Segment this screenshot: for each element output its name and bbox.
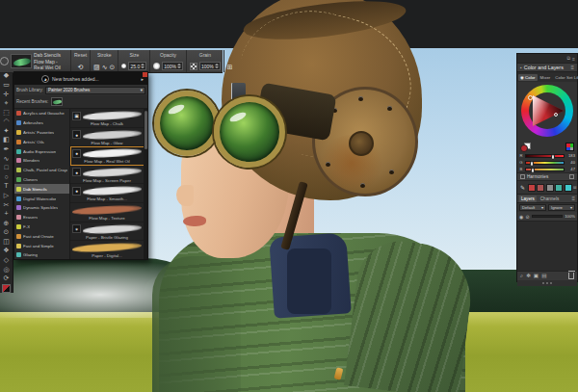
- add-point-tool[interactable]: +: [1, 209, 13, 219]
- rgb-mode-icon[interactable]: [565, 143, 574, 151]
- slider-knob[interactable]: [551, 154, 555, 160]
- current-brush-selector[interactable]: Dab Stencils Flow Map - Real Wet Oil: [9, 50, 71, 72]
- brush-ghost-button[interactable]: [0, 50, 9, 72]
- brush-variant-item[interactable]: Paper - Digital...: [70, 241, 147, 259]
- variant-scrollbar-thumb[interactable]: [144, 111, 147, 149]
- main-color-chip[interactable]: [520, 144, 528, 152]
- eyedropper-icon[interactable]: ✎: [520, 184, 525, 191]
- panel-expand-icon[interactable]: ▪: [520, 65, 522, 70]
- brush-category-item[interactable]: Airbrushes: [14, 118, 69, 128]
- stroke-texture-button[interactable]: ▨: [93, 64, 100, 70]
- brush-variant-item[interactable]: ▣Flow Map - Chalk: [70, 109, 147, 128]
- eraser-tool[interactable]: ▭: [1, 80, 13, 90]
- color-swatch[interactable]: [546, 184, 554, 192]
- brush-category-item[interactable]: Blenders: [14, 156, 69, 166]
- cloner-tool[interactable]: ⊕: [1, 218, 13, 227]
- sv-marker[interactable]: [554, 113, 558, 117]
- brush-library-dropdown[interactable]: Painter 2020 Brushes ▾: [45, 87, 145, 94]
- variant-scrollbar[interactable]: [144, 109, 147, 259]
- reset-brush-button[interactable]: ⟲: [78, 64, 84, 70]
- brush-category-item[interactable]: Acrylics and Gouache: [14, 109, 69, 118]
- text-tool[interactable]: T: [1, 181, 13, 191]
- harmonies-toggle-icon[interactable]: [520, 174, 525, 179]
- pen-tool[interactable]: ✒: [1, 144, 13, 154]
- opacity-value-box[interactable]: 100%: [162, 62, 183, 70]
- brush-category-item[interactable]: Cloners: [14, 175, 69, 185]
- kaleidoscope-tool[interactable]: ❖: [1, 246, 13, 255]
- stroke-freehand-button[interactable]: ∿: [102, 64, 108, 70]
- tab-mixer[interactable]: Mixer: [539, 74, 553, 81]
- new-brushes-banner[interactable]: ◕ New brushes added... ▸: [14, 72, 147, 85]
- layer-visibility-icon[interactable]: ◉: [519, 214, 523, 220]
- tab-layers[interactable]: Layers: [519, 196, 537, 202]
- lasso-tool[interactable]: ◠: [1, 117, 13, 126]
- color-swatch[interactable]: [555, 184, 563, 192]
- size-slider[interactable]: [121, 64, 126, 68]
- tab-color[interactable]: ◉ Color: [518, 74, 538, 81]
- shape-select-tool[interactable]: ▷: [1, 191, 13, 200]
- brush-category-item[interactable]: Chalk, Pastel and Crayons: [14, 166, 69, 175]
- magic-wand-tool[interactable]: ✦: [1, 126, 13, 136]
- tab-channels[interactable]: Channels: [539, 196, 561, 202]
- swatch-options-icon[interactable]: ⧈: [573, 184, 576, 191]
- opacity-slider[interactable]: [153, 63, 160, 69]
- ignore-dropdown[interactable]: Ignore ▾: [548, 204, 575, 211]
- slider-bar-G[interactable]: [525, 161, 565, 165]
- mirror-tool[interactable]: ◫: [1, 237, 13, 247]
- quick-curve-tool[interactable]: ∿: [1, 153, 13, 163]
- rotate-page-tool[interactable]: ⟳: [1, 274, 13, 283]
- color-swatch[interactable]: [565, 184, 572, 192]
- brush-variant-item[interactable]: ●Flow Map - Glow: [70, 128, 147, 147]
- brush-variant-item[interactable]: ●Flow Map - Real Wet Oil: [70, 146, 147, 166]
- layer-adjuster-tool[interactable]: ✛: [1, 89, 13, 98]
- brush-variant-item[interactable]: ✶Paper - Bristle Glazing: [70, 222, 147, 242]
- layers-menu-icon[interactable]: ≡: [571, 196, 575, 201]
- brush-category-item[interactable]: Artists' Favorites: [14, 128, 69, 138]
- brush-category-item[interactable]: Fast and Ornate: [14, 231, 69, 241]
- scissors-tool[interactable]: ✂: [1, 199, 13, 209]
- brush-category-item[interactable]: Audio Expression: [14, 146, 69, 156]
- color-swatch[interactable]: [528, 184, 536, 192]
- slider-knob[interactable]: [530, 161, 534, 167]
- brush-category-item[interactable]: Dynamic Speckles: [14, 203, 69, 213]
- harmonies-options-icon[interactable]: [569, 174, 574, 179]
- collapse-panel-icon[interactable]: ⧉: [567, 55, 571, 62]
- blend-mode-dropdown[interactable]: Default ▾: [519, 204, 546, 211]
- opacity-stepper[interactable]: [177, 64, 181, 68]
- recent-brush-thumbnail[interactable]: [51, 97, 63, 106]
- brush-category-item[interactable]: F-X: [14, 222, 69, 232]
- grabber-tool[interactable]: ◇: [1, 255, 13, 265]
- close-icon[interactable]: [143, 72, 147, 77]
- brush-category-item[interactable]: Erasers: [14, 213, 69, 222]
- tab-color-set-library[interactable]: Color Set Library: [553, 74, 578, 81]
- grain-value-box[interactable]: 100%: [199, 62, 221, 70]
- stroke-dab-button[interactable]: ⊙: [110, 64, 116, 70]
- color-swatch[interactable]: [537, 184, 544, 192]
- layer-commands-icon[interactable]: ⌕: [520, 274, 523, 279]
- layer-opacity-slider[interactable]: [532, 215, 564, 218]
- brush-category-item[interactable]: Artists' Oils: [14, 137, 69, 146]
- rect-shape-tool[interactable]: □: [1, 163, 13, 172]
- panel-menu-icon[interactable]: ≡: [570, 65, 574, 70]
- rubber-stamp-tool[interactable]: ⊙: [1, 227, 13, 237]
- oval-shape-tool[interactable]: ○: [1, 172, 13, 182]
- brush-category-item[interactable]: Dab Stencils: [14, 184, 69, 194]
- magnifier-tool[interactable]: ◎: [1, 264, 13, 274]
- brush-variant-item[interactable]: ●Flow Map - Screen Paper: [70, 166, 147, 185]
- grain-stepper[interactable]: [215, 64, 219, 68]
- brush-category-item[interactable]: Digital Watercolor: [14, 194, 69, 203]
- dynamic-plugins-icon[interactable]: ✻: [526, 274, 531, 279]
- crop-tool[interactable]: ◧: [1, 135, 13, 144]
- advanced-controls-button[interactable]: ⊞: [227, 64, 233, 70]
- slider-bar-R[interactable]: [525, 154, 565, 158]
- panel-resize-grip[interactable]: [517, 280, 577, 286]
- brush-variant-item[interactable]: ●Flow Map - Smooth...: [70, 184, 147, 203]
- brush-variant-item[interactable]: Flow Map - Texture: [70, 203, 147, 222]
- new-group-icon[interactable]: ▤: [541, 274, 546, 279]
- rect-select-tool[interactable]: ⬚: [1, 107, 13, 117]
- delete-layer-icon[interactable]: [568, 273, 574, 279]
- size-stepper[interactable]: [141, 64, 144, 68]
- hue-marker[interactable]: [528, 95, 533, 100]
- brush-category-item[interactable]: Fast and Simple: [14, 241, 69, 250]
- layer-lock-icon[interactable]: ⊘: [525, 214, 529, 220]
